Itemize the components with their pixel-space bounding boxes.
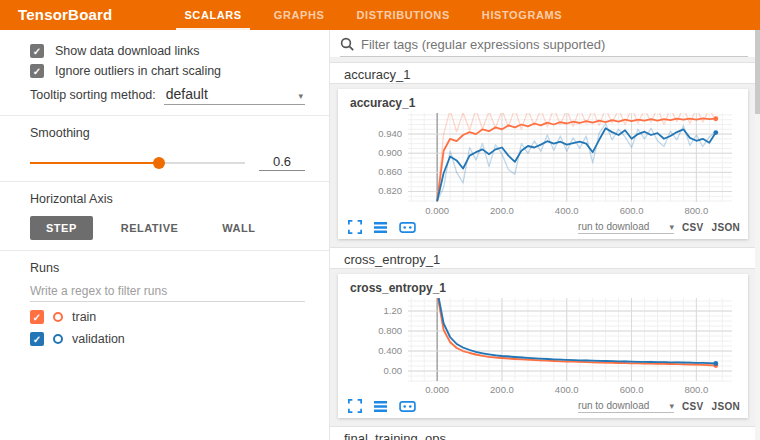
- csv-download-link[interactable]: CSV: [682, 222, 703, 233]
- accuracy-line-chart[interactable]: 0.000200.0400.0600.0800.00.8200.8600.900…: [348, 111, 740, 217]
- svg-text:0.900: 0.900: [378, 147, 402, 158]
- run-color-swatch: [53, 334, 63, 344]
- tab-distributions[interactable]: DISTRIBUTIONS: [340, 0, 465, 30]
- tag-section-accuracy[interactable]: accuracy_1: [330, 62, 760, 84]
- smoothing-label: Smoothing: [30, 126, 305, 140]
- svg-text:800.0: 800.0: [684, 384, 708, 395]
- svg-text:0.860: 0.860: [378, 166, 402, 177]
- chart-title: cross_entropy_1: [350, 281, 740, 295]
- dropdown-caret-icon: ▾: [670, 401, 675, 411]
- tab-histograms[interactable]: HISTOGRAMS: [466, 0, 578, 30]
- run-color-swatch: [53, 312, 63, 322]
- slider-thumb[interactable]: [153, 157, 165, 169]
- settings-sidebar: ✓ Show data download links ✓ Ignore outl…: [0, 30, 330, 440]
- svg-text:800.0: 800.0: [684, 205, 708, 216]
- run-to-download-dropdown[interactable]: run to download ▾: [578, 400, 674, 413]
- log-scale-icon[interactable]: [373, 221, 388, 234]
- checkbox-checked-icon[interactable]: ✓: [30, 44, 44, 58]
- tab-scalars[interactable]: SCALARS: [168, 0, 257, 30]
- filter-tags-input[interactable]: [361, 37, 748, 52]
- tag-section-final-training-ops[interactable]: final_training_ops: [330, 426, 760, 440]
- svg-text:0.820: 0.820: [378, 185, 402, 196]
- tab-graphs[interactable]: GRAPHS: [258, 0, 341, 30]
- runs-regex-input[interactable]: [30, 281, 305, 302]
- horizontal-axis-label: Horizontal Axis: [30, 192, 305, 206]
- checkbox-checked-icon[interactable]: ✓: [30, 64, 44, 78]
- runs-label: Runs: [30, 261, 305, 275]
- svg-text:0.000: 0.000: [425, 205, 449, 216]
- svg-text:400.0: 400.0: [555, 384, 579, 395]
- run-item-train[interactable]: ✓ train: [30, 310, 305, 324]
- run-to-download-label: run to download: [578, 400, 649, 411]
- fit-domain-icon[interactable]: [399, 400, 416, 413]
- svg-text:0.000: 0.000: [425, 384, 449, 395]
- nav-tabs: SCALARS GRAPHS DISTRIBUTIONS HISTOGRAMS: [168, 0, 578, 30]
- divider: [0, 115, 329, 116]
- svg-text:400.0: 400.0: [555, 205, 579, 216]
- run-item-validation[interactable]: ✓ validation: [30, 332, 305, 346]
- chart-title: accuracy_1: [350, 96, 740, 110]
- slider-fill: [30, 162, 159, 164]
- run-label: train: [72, 310, 96, 324]
- csv-download-link[interactable]: CSV: [682, 401, 703, 412]
- ignore-outliers-label: Ignore outliers in chart scaling: [55, 64, 221, 78]
- scalars-dashboard: accuracy_1 accuracy_1 0.000200.0400.0600…: [330, 30, 760, 440]
- axis-step-button[interactable]: STEP: [30, 216, 93, 240]
- scrollbar[interactable]: [755, 30, 760, 440]
- tooltip-sorting-label: Tooltip sorting method:: [30, 88, 156, 102]
- tooltip-sorting-value: default: [166, 86, 208, 102]
- json-download-link[interactable]: JSON: [712, 401, 740, 412]
- svg-text:200.0: 200.0: [490, 384, 514, 395]
- cross-entropy-chart-card: cross_entropy_1 0.000200.0400.0600.0800.…: [338, 274, 748, 418]
- show-download-links-label: Show data download links: [55, 44, 200, 58]
- cross-entropy-line-chart[interactable]: 0.000200.0400.0600.0800.00.000.4000.8001…: [348, 296, 740, 396]
- svg-text:0.800: 0.800: [378, 325, 402, 336]
- run-checkbox-icon[interactable]: ✓: [30, 332, 44, 346]
- app-logo: TensorBoard: [18, 0, 112, 30]
- json-download-link[interactable]: JSON: [712, 222, 740, 233]
- expand-chart-icon[interactable]: [348, 220, 362, 234]
- axis-wall-button[interactable]: WALL: [206, 216, 271, 240]
- svg-text:0.00: 0.00: [384, 365, 403, 376]
- svg-text:200.0: 200.0: [490, 205, 514, 216]
- dropdown-caret-icon: ▾: [670, 222, 675, 232]
- run-to-download-dropdown[interactable]: run to download ▾: [578, 221, 674, 234]
- smoothing-value-input[interactable]: [259, 154, 305, 171]
- dropdown-caret-icon: ▾: [298, 91, 303, 101]
- ignore-outliers-checkbox[interactable]: ✓ Ignore outliers in chart scaling: [30, 64, 305, 78]
- scrollbar-thumb[interactable]: [755, 30, 760, 114]
- fit-domain-icon[interactable]: [399, 221, 416, 234]
- tooltip-sorting-dropdown[interactable]: default ▾: [164, 86, 305, 105]
- run-to-download-label: run to download: [578, 221, 649, 232]
- svg-text:600.0: 600.0: [620, 384, 644, 395]
- svg-text:1.20: 1.20: [384, 305, 403, 316]
- accuracy-chart-card: accuracy_1 0.000200.0400.0600.0800.00.82…: [338, 89, 748, 239]
- tag-section-cross-entropy[interactable]: cross_entropy_1: [330, 247, 760, 269]
- run-checkbox-icon[interactable]: ✓: [30, 310, 44, 324]
- log-scale-icon[interactable]: [373, 400, 388, 413]
- show-download-links-checkbox[interactable]: ✓ Show data download links: [30, 44, 305, 58]
- expand-chart-icon[interactable]: [348, 399, 362, 413]
- divider: [0, 181, 329, 182]
- svg-text:0.400: 0.400: [378, 345, 402, 356]
- top-bar: TensorBoard SCALARS GRAPHS DISTRIBUTIONS…: [0, 0, 760, 30]
- smoothing-slider[interactable]: [30, 156, 245, 170]
- divider: [0, 250, 329, 251]
- run-label: validation: [72, 332, 125, 346]
- svg-text:0.940: 0.940: [378, 128, 402, 139]
- axis-relative-button[interactable]: RELATIVE: [105, 216, 195, 240]
- svg-text:600.0: 600.0: [620, 205, 644, 216]
- search-icon: [340, 37, 355, 52]
